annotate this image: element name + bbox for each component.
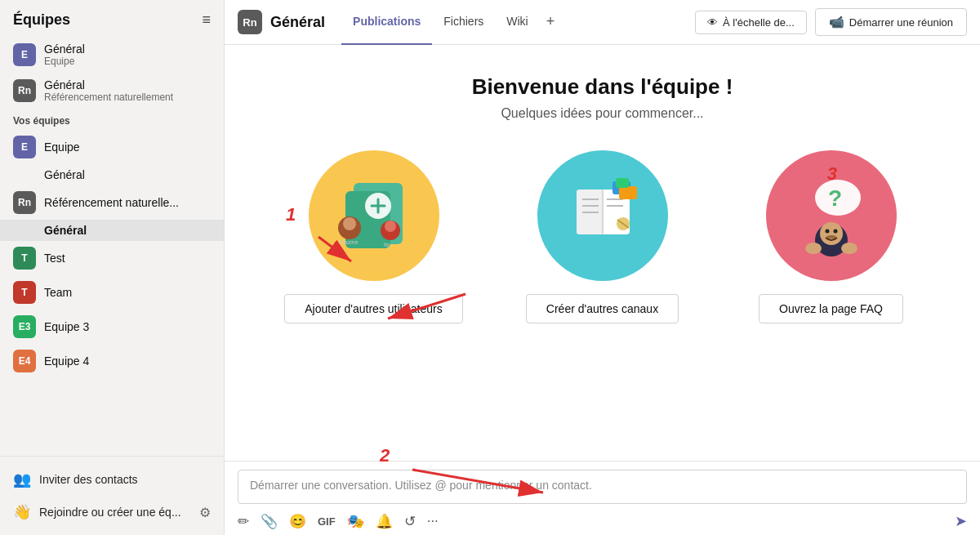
invite-icon: 👥 bbox=[13, 470, 31, 488]
card-circle-channels bbox=[537, 150, 668, 281]
tab-add-button[interactable]: + bbox=[540, 0, 562, 45]
avatar-team-test: T bbox=[13, 247, 36, 270]
avatar-equipe: E bbox=[13, 43, 36, 66]
avatar-team-equipe: E bbox=[13, 136, 36, 158]
svg-point-6 bbox=[343, 217, 356, 230]
faq-label: Ouvrez la page FAQ bbox=[779, 302, 883, 315]
pinned-item-name-1: Général bbox=[44, 42, 216, 56]
main-area: Rn Général Publications Fichiers Wiki + … bbox=[225, 0, 980, 535]
team-name-test: Test bbox=[44, 252, 216, 265]
eye-icon: 👁 bbox=[707, 16, 718, 29]
invite-label: Inviter des contacts bbox=[39, 473, 138, 486]
pinned-item-name-2: Général bbox=[44, 78, 216, 91]
chat-placeholder: Démarrer une conversation. Utilisez @ po… bbox=[250, 479, 592, 492]
vos-equipes-header: Vos équipes bbox=[0, 109, 224, 130]
add-users-button[interactable]: Ajouter d'autres utilisateurs bbox=[284, 294, 462, 323]
sidebar: Équipes ≡ E Général Equipe Rn Général Ré… bbox=[0, 0, 225, 535]
tab-fichiers-label: Fichiers bbox=[443, 15, 483, 28]
camera-icon: 📹 bbox=[829, 15, 844, 29]
channel-ref-general[interactable]: Général bbox=[0, 220, 224, 241]
sidebar-team-team[interactable]: T Team ··· bbox=[0, 275, 224, 310]
avatar-team-rn: Rn bbox=[13, 191, 36, 214]
welcome-subtitle: Quelques idées pour commencer... bbox=[501, 106, 703, 121]
card-circle-faq: ? bbox=[766, 150, 897, 281]
svg-point-8 bbox=[385, 221, 396, 232]
tab-publications[interactable]: Publications bbox=[341, 0, 432, 45]
channel-avatar: Rn bbox=[238, 10, 262, 34]
channel-name: Général bbox=[270, 14, 325, 31]
avatar-rn: Rn bbox=[13, 79, 36, 102]
add-users-label: Ajouter d'autres utilisateurs bbox=[305, 302, 442, 315]
scale-btn-label: À l'échelle de... bbox=[723, 16, 795, 29]
sidebar-team-equipe4[interactable]: E4 Equipe 4 ··· bbox=[0, 344, 224, 378]
pinned-item-sub-2: Référencement naturellement bbox=[44, 91, 216, 103]
sidebar-title: Équipes bbox=[13, 11, 70, 29]
chat-bar: Démarrer une conversation. Utilisez @ po… bbox=[225, 461, 980, 535]
chat-toolbar: ✏ 📎 😊 GIF 🎭 🔔 ↺ ··· ➤ bbox=[238, 510, 967, 532]
team-name-e4: Equipe 4 bbox=[44, 354, 216, 368]
svg-rect-20 bbox=[619, 186, 637, 199]
sidebar-team-equipe3[interactable]: E3 Equipe 3 ··· bbox=[0, 310, 224, 344]
sidebar-item-equipe-general[interactable]: E Général Equipe bbox=[0, 37, 224, 73]
topbar: Rn Général Publications Fichiers Wiki + … bbox=[225, 0, 980, 45]
svg-point-30 bbox=[826, 235, 836, 239]
content-area: Bienvenue dans l'équipe ! Quelques idées… bbox=[225, 45, 980, 535]
tab-fichiers[interactable]: Fichiers bbox=[432, 0, 495, 45]
tab-wiki-label: Wiki bbox=[506, 15, 528, 28]
card-create-channels: Créer d'autres canaux bbox=[505, 150, 701, 323]
sidebar-team-refnat[interactable]: Rn Référencement naturelle... ··· bbox=[0, 185, 224, 220]
praise-icon[interactable]: 🔔 bbox=[376, 513, 393, 530]
sidebar-header: Équipes ≡ bbox=[0, 0, 224, 37]
tabs-bar: Publications Fichiers Wiki + bbox=[341, 0, 561, 45]
send-button[interactable]: ➤ bbox=[955, 512, 967, 530]
meet-btn-label: Démarrer une réunion bbox=[849, 16, 953, 29]
start-meeting-button[interactable]: 📹 Démarrer une réunion bbox=[815, 8, 967, 36]
sidebar-team-equipe[interactable]: E Equipe ··· bbox=[0, 130, 224, 164]
gif-icon[interactable]: GIF bbox=[318, 515, 336, 528]
svg-point-32 bbox=[841, 243, 858, 254]
loop-icon[interactable]: ↺ bbox=[404, 513, 416, 530]
channel-equipe-general[interactable]: Général bbox=[0, 164, 224, 185]
card-faq: ? bbox=[733, 150, 929, 323]
sticker-icon[interactable]: 🎭 bbox=[347, 513, 364, 530]
invite-contacts[interactable]: 👥 Inviter des contacts bbox=[0, 463, 224, 496]
sidebar-footer: 👥 Inviter des contacts 👋 Rejoindre ou cr… bbox=[0, 456, 224, 535]
team-name-e3: Equipe 3 bbox=[44, 320, 216, 333]
card-add-users: Maxine ity Ajouter d'autres utilisateurs bbox=[276, 150, 472, 323]
team-name-rn: Référencement naturelle... bbox=[44, 196, 216, 209]
sidebar-item-rn-general[interactable]: Rn Général Référencement naturellement bbox=[0, 73, 224, 109]
svg-point-27 bbox=[820, 222, 843, 245]
welcome-title: Bienvenue dans l'équipe ! bbox=[472, 74, 733, 100]
attach-icon[interactable]: 📎 bbox=[261, 513, 278, 530]
join-create-team[interactable]: 👋 Rejoindre ou créer une éq... ⚙ bbox=[0, 496, 224, 528]
tab-publications-label: Publications bbox=[353, 15, 421, 28]
join-label: Rejoindre ou créer une éq... bbox=[39, 506, 181, 519]
topbar-actions: 👁 À l'échelle de... 📹 Démarrer une réuni… bbox=[695, 8, 967, 36]
join-icon: 👋 bbox=[13, 503, 31, 521]
emoji-icon[interactable]: 😊 bbox=[289, 513, 306, 530]
pinned-item-sub-1: Equipe bbox=[44, 56, 216, 67]
avatar-team-e3: E3 bbox=[13, 315, 36, 338]
scale-button[interactable]: 👁 À l'échelle de... bbox=[695, 11, 807, 34]
svg-point-28 bbox=[825, 230, 829, 234]
create-channels-label: Créer d'autres canaux bbox=[546, 302, 658, 315]
sidebar-team-test[interactable]: T Test ··· bbox=[0, 241, 224, 275]
chat-input[interactable]: Démarrer une conversation. Utilisez @ po… bbox=[238, 470, 967, 504]
cards-row: Maxine ity Ajouter d'autres utilisateurs bbox=[276, 150, 929, 323]
svg-text:?: ? bbox=[828, 185, 842, 211]
avatar-team-team: T bbox=[13, 281, 36, 304]
more-tools-icon[interactable]: ··· bbox=[427, 513, 439, 529]
format-icon[interactable]: ✏ bbox=[238, 513, 249, 530]
svg-rect-21 bbox=[616, 178, 629, 188]
avatar-team-e4: E4 bbox=[13, 350, 36, 372]
svg-text:Maxine: Maxine bbox=[340, 239, 359, 245]
settings-gear-icon[interactable]: ⚙ bbox=[199, 505, 211, 520]
welcome-area: Bienvenue dans l'équipe ! Quelques idées… bbox=[225, 45, 980, 461]
card-circle-add-users: Maxine ity bbox=[309, 150, 439, 281]
faq-button[interactable]: Ouvrez la page FAQ bbox=[759, 294, 903, 323]
create-channels-button[interactable]: Créer d'autres canaux bbox=[526, 294, 679, 323]
tab-wiki[interactable]: Wiki bbox=[495, 0, 539, 45]
svg-text:ity: ity bbox=[384, 242, 390, 248]
svg-point-31 bbox=[805, 243, 822, 254]
sidebar-toggle-icon[interactable]: ≡ bbox=[202, 11, 211, 29]
